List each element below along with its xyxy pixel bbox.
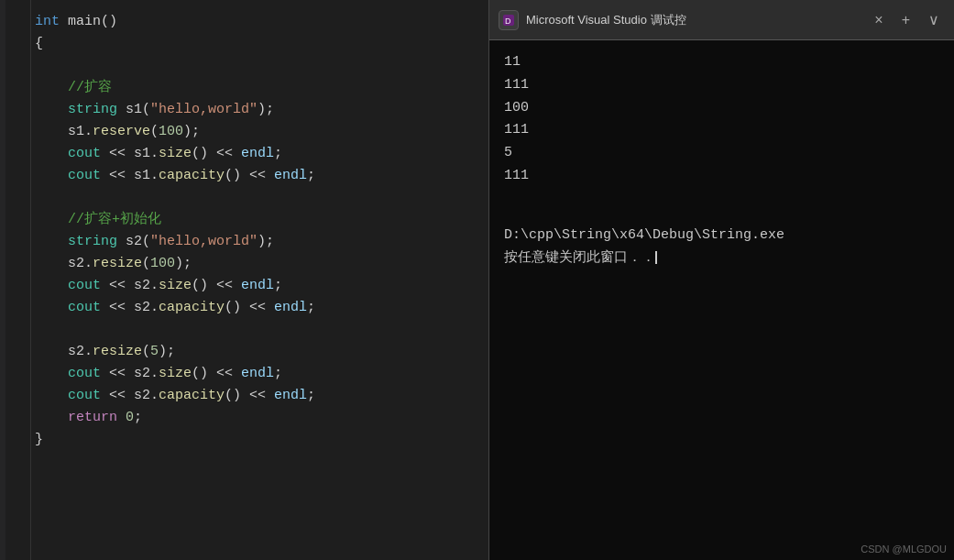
debug-output: 11 111 100 111 5 111 D:\cpp\String\x64\D… (489, 40, 954, 560)
svg-text:D: D (505, 16, 511, 26)
line-gutter (5, 0, 31, 560)
debug-panel: D Microsoft Visual Studio 调试控 × + ∨ 11 1… (488, 0, 954, 560)
watermark: CSDN @MLGDOU (861, 544, 947, 555)
code-line-18: cout << s2.capacity() << endl; (35, 385, 488, 407)
code-line-3 (35, 55, 488, 77)
code-line-11: string s2("hello,world"); (35, 231, 488, 253)
chevron-button[interactable]: ∨ (923, 11, 945, 29)
output-prompt: 按任意键关闭此窗口．． (504, 247, 939, 270)
output-line-5: 5 (504, 142, 939, 165)
code-line-12: s2.resize(100); (35, 253, 488, 275)
code-line-1: int main() (35, 11, 488, 33)
debug-titlebar: D Microsoft Visual Studio 调试控 × + ∨ (489, 0, 954, 40)
add-button[interactable]: + (896, 11, 916, 29)
output-line-1: 11 (504, 51, 939, 74)
code-editor: int main() { //扩容 string s1("hello,world… (5, 0, 488, 560)
output-line-3: 100 (504, 97, 939, 120)
code-line-5: string s1("hello,world"); (35, 99, 488, 121)
output-exe-path: D:\cpp\String\x64\Debug\String.exe (504, 225, 939, 247)
code-line-13: cout << s2.size() << endl; (35, 275, 488, 297)
code-line-8: cout << s1.capacity() << endl; (35, 165, 488, 187)
code-content: int main() { //扩容 string s1("hello,world… (35, 7, 488, 451)
code-line-6: s1.reserve(100); (35, 121, 488, 143)
close-button[interactable]: × (869, 11, 888, 29)
code-line-9 (35, 187, 488, 209)
output-line-6: 111 (504, 165, 939, 188)
output-path (504, 195, 939, 218)
debug-title: Microsoft Visual Studio 调试控 (526, 12, 861, 28)
vs-icon: D (499, 10, 519, 30)
code-line-10: //扩容+初始化 (35, 209, 488, 231)
code-line-19: return 0; (35, 407, 488, 429)
code-line-14: cout << s2.capacity() << endl; (35, 297, 488, 319)
code-line-15 (35, 319, 488, 341)
code-line-20: } (35, 429, 488, 451)
code-line-7: cout << s1.size() << endl; (35, 143, 488, 165)
cursor (655, 251, 657, 264)
output-line-4: 111 (504, 119, 939, 142)
code-line-16: s2.resize(5); (35, 341, 488, 363)
code-line-2: { (35, 33, 488, 55)
code-line-17: cout << s2.size() << endl; (35, 363, 488, 385)
output-line-2: 111 (504, 74, 939, 97)
code-line-4: //扩容 (35, 77, 488, 99)
